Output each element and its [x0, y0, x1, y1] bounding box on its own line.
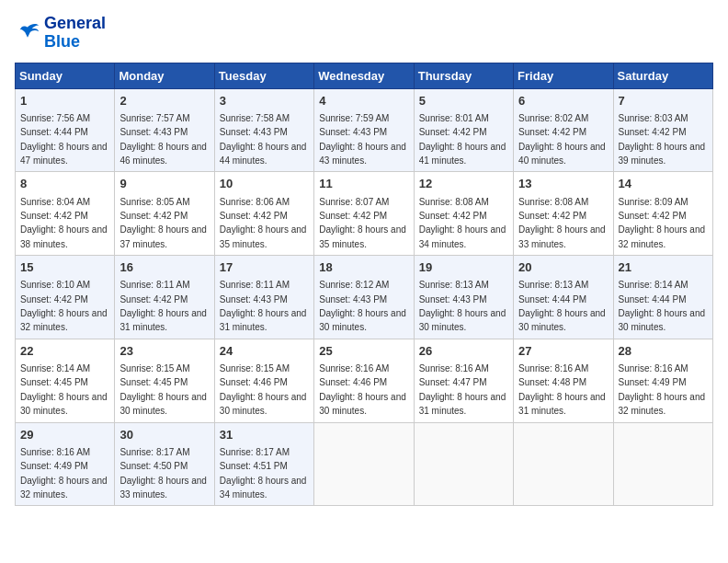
- logo-icon: [15, 20, 40, 46]
- calendar-cell: 2Sunrise: 7:57 AMSunset: 4:43 PMDaylight…: [115, 88, 214, 172]
- day-info: Sunrise: 8:17 AMSunset: 4:51 PMDaylight:…: [220, 447, 307, 500]
- calendar-cell: 20Sunrise: 8:13 AMSunset: 4:44 PMDayligh…: [514, 256, 613, 339]
- calendar-cell: 6Sunrise: 8:02 AMSunset: 4:42 PMDaylight…: [514, 88, 613, 172]
- day-info: Sunrise: 8:13 AMSunset: 4:43 PMDaylight:…: [419, 280, 506, 332]
- day-number: 22: [20, 343, 109, 360]
- calendar-cell: 25Sunrise: 8:16 AMSunset: 4:46 PMDayligh…: [314, 339, 414, 422]
- calendar-cell: 29Sunrise: 8:16 AMSunset: 4:49 PMDayligh…: [16, 422, 115, 506]
- day-number: 24: [220, 343, 309, 360]
- day-number: 4: [319, 93, 408, 109]
- day-info: Sunrise: 8:16 AMSunset: 4:47 PMDaylight:…: [419, 363, 506, 416]
- day-info: Sunrise: 8:01 AMSunset: 4:42 PMDaylight:…: [419, 113, 506, 166]
- day-info: Sunrise: 8:05 AMSunset: 4:42 PMDaylight:…: [119, 197, 207, 249]
- week-row-5: 29Sunrise: 8:16 AMSunset: 4:49 PMDayligh…: [16, 422, 713, 506]
- day-number: 13: [518, 176, 608, 192]
- day-info: Sunrise: 8:09 AMSunset: 4:42 PMDaylight:…: [619, 197, 706, 249]
- day-number: 14: [619, 176, 708, 192]
- header-monday: Monday: [115, 63, 214, 88]
- calendar-header: SundayMondayTuesdayWednesdayThursdayFrid…: [16, 63, 713, 88]
- day-info: Sunrise: 8:16 AMSunset: 4:48 PMDaylight:…: [518, 363, 606, 416]
- header-thursday: Thursday: [414, 63, 513, 88]
- calendar-cell: 16Sunrise: 8:11 AMSunset: 4:42 PMDayligh…: [115, 256, 214, 339]
- day-number: 31: [220, 427, 309, 443]
- day-info: Sunrise: 8:12 AMSunset: 4:43 PMDaylight:…: [319, 280, 406, 332]
- day-number: 18: [319, 259, 408, 276]
- day-info: Sunrise: 8:17 AMSunset: 4:50 PMDaylight:…: [119, 447, 207, 500]
- day-number: 7: [619, 93, 708, 109]
- calendar-cell: 3Sunrise: 7:58 AMSunset: 4:43 PMDaylight…: [214, 88, 313, 172]
- header-wednesday: Wednesday: [314, 63, 414, 88]
- page-header: General Blue: [15, 15, 713, 52]
- day-info: Sunrise: 8:03 AMSunset: 4:42 PMDaylight:…: [619, 113, 706, 166]
- day-number: 29: [20, 427, 109, 443]
- calendar-cell: [314, 422, 414, 506]
- day-info: Sunrise: 8:02 AMSunset: 4:42 PMDaylight:…: [518, 113, 606, 166]
- day-number: 27: [518, 343, 608, 360]
- day-number: 8: [20, 176, 109, 192]
- day-number: 21: [619, 259, 708, 276]
- logo-text: General Blue: [44, 15, 106, 52]
- calendar-cell: 21Sunrise: 8:14 AMSunset: 4:44 PMDayligh…: [613, 256, 712, 339]
- day-number: 25: [319, 343, 408, 360]
- day-number: 6: [518, 93, 608, 109]
- calendar-cell: 31Sunrise: 8:17 AMSunset: 4:51 PMDayligh…: [214, 422, 313, 506]
- day-info: Sunrise: 8:16 AMSunset: 4:49 PMDaylight:…: [20, 447, 108, 500]
- header-row: SundayMondayTuesdayWednesdayThursdayFrid…: [16, 63, 713, 88]
- day-number: 23: [119, 343, 209, 360]
- calendar-cell: 27Sunrise: 8:16 AMSunset: 4:48 PMDayligh…: [514, 339, 613, 422]
- day-info: Sunrise: 8:11 AMSunset: 4:42 PMDaylight:…: [119, 280, 207, 332]
- day-number: 28: [619, 343, 708, 360]
- calendar-cell: 13Sunrise: 8:08 AMSunset: 4:42 PMDayligh…: [514, 172, 613, 256]
- calendar-cell: 23Sunrise: 8:15 AMSunset: 4:45 PMDayligh…: [115, 339, 214, 422]
- day-info: Sunrise: 8:07 AMSunset: 4:42 PMDaylight:…: [319, 197, 406, 249]
- calendar-cell: 14Sunrise: 8:09 AMSunset: 4:42 PMDayligh…: [613, 172, 712, 256]
- logo: General Blue: [15, 15, 106, 52]
- calendar-cell: [514, 422, 613, 506]
- day-number: 26: [419, 343, 508, 360]
- calendar-cell: 22Sunrise: 8:14 AMSunset: 4:45 PMDayligh…: [16, 339, 115, 422]
- day-info: Sunrise: 8:04 AMSunset: 4:42 PMDaylight:…: [20, 197, 108, 249]
- calendar-cell: 8Sunrise: 8:04 AMSunset: 4:42 PMDaylight…: [16, 172, 115, 256]
- day-info: Sunrise: 8:13 AMSunset: 4:44 PMDaylight:…: [518, 280, 606, 332]
- day-number: 15: [20, 259, 109, 276]
- day-number: 1: [20, 93, 109, 109]
- calendar-cell: 9Sunrise: 8:05 AMSunset: 4:42 PMDaylight…: [115, 172, 214, 256]
- calendar-body: 1Sunrise: 7:56 AMSunset: 4:44 PMDaylight…: [16, 88, 713, 506]
- calendar-cell: 18Sunrise: 8:12 AMSunset: 4:43 PMDayligh…: [314, 256, 414, 339]
- day-info: Sunrise: 8:16 AMSunset: 4:49 PMDaylight:…: [619, 363, 706, 416]
- calendar-table: SundayMondayTuesdayWednesdayThursdayFrid…: [15, 63, 713, 507]
- day-info: Sunrise: 7:57 AMSunset: 4:43 PMDaylight:…: [119, 113, 207, 166]
- calendar-cell: 12Sunrise: 8:08 AMSunset: 4:42 PMDayligh…: [414, 172, 513, 256]
- day-info: Sunrise: 8:16 AMSunset: 4:46 PMDaylight:…: [319, 363, 406, 416]
- header-sunday: Sunday: [16, 63, 115, 88]
- day-number: 9: [119, 176, 209, 192]
- week-row-2: 8Sunrise: 8:04 AMSunset: 4:42 PMDaylight…: [16, 172, 713, 256]
- day-number: 20: [518, 259, 608, 276]
- calendar-cell: 17Sunrise: 8:11 AMSunset: 4:43 PMDayligh…: [214, 256, 313, 339]
- calendar-cell: [414, 422, 513, 506]
- day-number: 11: [319, 176, 408, 192]
- day-number: 5: [419, 93, 508, 109]
- day-number: 17: [220, 259, 309, 276]
- day-info: Sunrise: 8:15 AMSunset: 4:45 PMDaylight:…: [119, 363, 207, 416]
- day-info: Sunrise: 8:08 AMSunset: 4:42 PMDaylight:…: [518, 197, 606, 249]
- day-number: 12: [419, 176, 508, 192]
- day-info: Sunrise: 7:59 AMSunset: 4:43 PMDaylight:…: [319, 113, 406, 166]
- day-info: Sunrise: 7:58 AMSunset: 4:43 PMDaylight:…: [220, 113, 307, 166]
- day-info: Sunrise: 8:08 AMSunset: 4:42 PMDaylight:…: [419, 197, 506, 249]
- day-number: 30: [119, 427, 209, 443]
- header-friday: Friday: [514, 63, 613, 88]
- calendar-cell: 7Sunrise: 8:03 AMSunset: 4:42 PMDaylight…: [613, 88, 712, 172]
- calendar-cell: [613, 422, 712, 506]
- week-row-4: 22Sunrise: 8:14 AMSunset: 4:45 PMDayligh…: [16, 339, 713, 422]
- calendar-cell: 24Sunrise: 8:15 AMSunset: 4:46 PMDayligh…: [214, 339, 313, 422]
- day-number: 19: [419, 259, 508, 276]
- day-number: 2: [119, 93, 209, 109]
- week-row-1: 1Sunrise: 7:56 AMSunset: 4:44 PMDaylight…: [16, 88, 713, 172]
- calendar-cell: 4Sunrise: 7:59 AMSunset: 4:43 PMDaylight…: [314, 88, 414, 172]
- calendar-cell: 11Sunrise: 8:07 AMSunset: 4:42 PMDayligh…: [314, 172, 414, 256]
- day-info: Sunrise: 8:14 AMSunset: 4:44 PMDaylight:…: [619, 280, 706, 332]
- calendar-cell: 19Sunrise: 8:13 AMSunset: 4:43 PMDayligh…: [414, 256, 513, 339]
- day-info: Sunrise: 8:10 AMSunset: 4:42 PMDaylight:…: [20, 280, 108, 332]
- day-number: 16: [119, 259, 209, 276]
